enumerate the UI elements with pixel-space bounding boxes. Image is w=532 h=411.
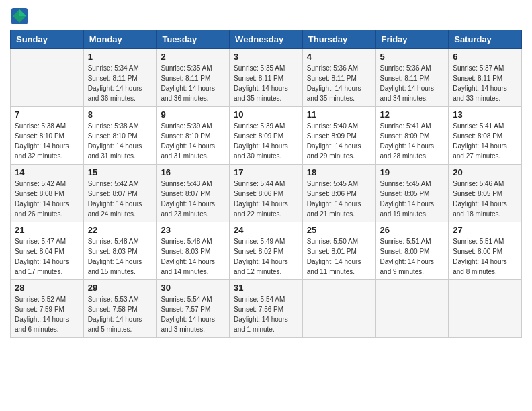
day-cell: 16Sunrise: 5:43 AMSunset: 8:07 PMDayligh… [157, 165, 230, 222]
day-detail: Sunrise: 5:51 AMSunset: 8:00 PMDaylight:… [453, 236, 517, 277]
day-number: 8 [88, 109, 152, 120]
day-cell: 26Sunrise: 5:51 AMSunset: 8:00 PMDayligh… [375, 222, 449, 280]
calendar-header-row: SundayMondayTuesdayWednesdayThursdayFrid… [11, 30, 522, 49]
day-cell: 20Sunrise: 5:46 AMSunset: 8:05 PMDayligh… [449, 165, 522, 222]
day-number: 17 [234, 167, 298, 177]
week-row-2: 7Sunrise: 5:38 AMSunset: 8:10 PMDaylight… [11, 107, 522, 165]
day-cell: 17Sunrise: 5:44 AMSunset: 8:06 PMDayligh… [230, 165, 303, 222]
day-detail: Sunrise: 5:47 AMSunset: 8:04 PMDaylight:… [15, 236, 79, 277]
day-number: 29 [88, 283, 152, 293]
logo-icon [10, 7, 29, 26]
calendar-table: SundayMondayTuesdayWednesdayThursdayFrid… [10, 30, 522, 338]
day-cell: 6Sunrise: 5:37 AMSunset: 8:11 PMDaylight… [449, 49, 522, 107]
day-detail: Sunrise: 5:42 AMSunset: 8:08 PMDaylight:… [15, 179, 79, 219]
day-detail: Sunrise: 5:54 AMSunset: 7:56 PMDaylight:… [234, 294, 298, 334]
day-cell: 27Sunrise: 5:51 AMSunset: 8:00 PMDayligh… [449, 222, 522, 280]
day-number: 5 [380, 52, 445, 62]
day-cell: 8Sunrise: 5:38 AMSunset: 8:10 PMDaylight… [83, 107, 157, 165]
day-number: 4 [307, 52, 371, 62]
day-number: 6 [453, 52, 517, 62]
day-number: 9 [161, 109, 225, 120]
day-detail: Sunrise: 5:38 AMSunset: 8:10 PMDaylight:… [15, 121, 79, 161]
day-cell: 18Sunrise: 5:45 AMSunset: 8:06 PMDayligh… [302, 165, 375, 222]
day-cell: 15Sunrise: 5:42 AMSunset: 8:07 PMDayligh… [83, 165, 157, 222]
day-detail: Sunrise: 5:35 AMSunset: 8:11 PMDaylight:… [234, 63, 298, 103]
day-number: 24 [234, 225, 298, 235]
day-detail: Sunrise: 5:45 AMSunset: 8:06 PMDaylight:… [307, 179, 371, 219]
day-detail: Sunrise: 5:35 AMSunset: 8:11 PMDaylight:… [161, 63, 225, 103]
day-number: 21 [15, 225, 79, 235]
day-detail: Sunrise: 5:48 AMSunset: 8:03 PMDaylight:… [88, 236, 152, 277]
day-cell: 22Sunrise: 5:48 AMSunset: 8:03 PMDayligh… [83, 222, 157, 280]
header-saturday: Saturday [449, 30, 522, 49]
day-detail: Sunrise: 5:42 AMSunset: 8:07 PMDaylight:… [88, 179, 152, 219]
day-cell: 12Sunrise: 5:41 AMSunset: 8:09 PMDayligh… [375, 107, 449, 165]
day-cell: 1Sunrise: 5:34 AMSunset: 8:11 PMDaylight… [83, 49, 157, 107]
day-detail: Sunrise: 5:43 AMSunset: 8:07 PMDaylight:… [161, 179, 225, 219]
day-detail: Sunrise: 5:44 AMSunset: 8:06 PMDaylight:… [234, 179, 298, 219]
day-detail: Sunrise: 5:53 AMSunset: 7:58 PMDaylight:… [88, 294, 152, 334]
header-thursday: Thursday [302, 30, 375, 49]
day-detail: Sunrise: 5:34 AMSunset: 8:11 PMDaylight:… [88, 63, 152, 103]
header-sunday: Sunday [11, 30, 84, 49]
day-number: 31 [234, 283, 298, 293]
day-number: 20 [453, 167, 517, 177]
day-cell: 30Sunrise: 5:54 AMSunset: 7:57 PMDayligh… [157, 280, 230, 338]
day-detail: Sunrise: 5:46 AMSunset: 8:05 PMDaylight:… [453, 179, 517, 219]
day-cell [375, 280, 449, 338]
day-detail: Sunrise: 5:41 AMSunset: 8:08 PMDaylight:… [453, 121, 517, 161]
week-row-4: 21Sunrise: 5:47 AMSunset: 8:04 PMDayligh… [11, 222, 522, 280]
day-number: 26 [380, 225, 445, 235]
day-cell: 25Sunrise: 5:50 AMSunset: 8:01 PMDayligh… [302, 222, 375, 280]
day-number: 7 [15, 109, 79, 120]
day-number: 3 [234, 52, 298, 62]
day-cell: 4Sunrise: 5:36 AMSunset: 8:11 PMDaylight… [302, 49, 375, 107]
day-detail: Sunrise: 5:40 AMSunset: 8:09 PMDaylight:… [307, 121, 371, 161]
day-number: 28 [15, 283, 79, 293]
day-cell: 31Sunrise: 5:54 AMSunset: 7:56 PMDayligh… [230, 280, 303, 338]
day-cell: 29Sunrise: 5:53 AMSunset: 7:58 PMDayligh… [83, 280, 157, 338]
day-number: 23 [161, 225, 225, 235]
day-detail: Sunrise: 5:37 AMSunset: 8:11 PMDaylight:… [453, 63, 517, 103]
day-cell: 23Sunrise: 5:48 AMSunset: 8:03 PMDayligh… [157, 222, 230, 280]
day-cell: 24Sunrise: 5:49 AMSunset: 8:02 PMDayligh… [230, 222, 303, 280]
day-cell: 13Sunrise: 5:41 AMSunset: 8:08 PMDayligh… [449, 107, 522, 165]
day-cell: 7Sunrise: 5:38 AMSunset: 8:10 PMDaylight… [11, 107, 84, 165]
day-number: 13 [453, 109, 517, 120]
header-wednesday: Wednesday [230, 30, 303, 49]
day-cell: 11Sunrise: 5:40 AMSunset: 8:09 PMDayligh… [302, 107, 375, 165]
day-number: 19 [380, 167, 445, 177]
day-detail: Sunrise: 5:52 AMSunset: 7:59 PMDaylight:… [15, 294, 79, 334]
day-cell: 5Sunrise: 5:36 AMSunset: 8:11 PMDaylight… [375, 49, 449, 107]
day-cell [449, 280, 522, 338]
header-monday: Monday [83, 30, 157, 49]
day-detail: Sunrise: 5:45 AMSunset: 8:05 PMDaylight:… [380, 179, 445, 219]
day-detail: Sunrise: 5:54 AMSunset: 7:57 PMDaylight:… [161, 294, 225, 334]
week-row-5: 28Sunrise: 5:52 AMSunset: 7:59 PMDayligh… [11, 280, 522, 338]
calendar-body: 1Sunrise: 5:34 AMSunset: 8:11 PMDaylight… [11, 49, 522, 338]
day-detail: Sunrise: 5:36 AMSunset: 8:11 PMDaylight:… [307, 63, 371, 103]
day-detail: Sunrise: 5:51 AMSunset: 8:00 PMDaylight:… [380, 236, 445, 277]
day-cell [302, 280, 375, 338]
day-number: 22 [88, 225, 152, 235]
header-friday: Friday [375, 30, 449, 49]
day-cell [11, 49, 84, 107]
day-cell: 28Sunrise: 5:52 AMSunset: 7:59 PMDayligh… [11, 280, 84, 338]
day-cell: 3Sunrise: 5:35 AMSunset: 8:11 PMDaylight… [230, 49, 303, 107]
day-cell: 19Sunrise: 5:45 AMSunset: 8:05 PMDayligh… [375, 165, 449, 222]
day-number: 30 [161, 283, 225, 293]
day-number: 10 [234, 109, 298, 120]
week-row-1: 1Sunrise: 5:34 AMSunset: 8:11 PMDaylight… [11, 49, 522, 107]
day-number: 11 [307, 109, 371, 120]
day-detail: Sunrise: 5:39 AMSunset: 8:09 PMDaylight:… [234, 121, 298, 161]
day-number: 15 [88, 167, 152, 177]
day-number: 1 [88, 52, 152, 62]
day-cell: 10Sunrise: 5:39 AMSunset: 8:09 PMDayligh… [230, 107, 303, 165]
day-detail: Sunrise: 5:49 AMSunset: 8:02 PMDaylight:… [234, 236, 298, 277]
day-detail: Sunrise: 5:41 AMSunset: 8:09 PMDaylight:… [380, 121, 445, 161]
day-cell: 9Sunrise: 5:39 AMSunset: 8:10 PMDaylight… [157, 107, 230, 165]
day-number: 18 [307, 167, 371, 177]
day-number: 14 [15, 167, 79, 177]
logo [10, 7, 32, 26]
day-number: 16 [161, 167, 225, 177]
